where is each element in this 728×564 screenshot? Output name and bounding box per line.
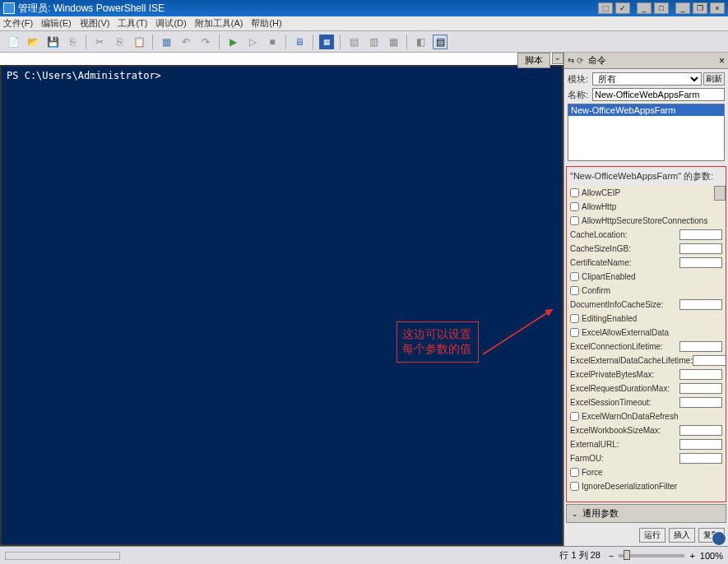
name-input[interactable] <box>592 88 725 101</box>
aux-button-2[interactable]: ✓ <box>615 2 630 14</box>
collapse-script-icon[interactable]: ⌄ <box>552 53 563 64</box>
zoom-minus-icon[interactable]: − <box>609 551 614 561</box>
minimize-button[interactable]: _ <box>637 2 651 14</box>
param-input[interactable] <box>693 355 726 366</box>
param-checkbox[interactable] <box>570 216 579 225</box>
aux-button-1[interactable]: ⬚ <box>598 2 613 14</box>
param-input[interactable] <box>679 243 722 254</box>
run-icon[interactable]: ▶ <box>225 35 240 49</box>
zoom-thumb[interactable] <box>624 550 630 560</box>
zoom-plus-icon[interactable]: + <box>689 551 694 561</box>
param-checkbox[interactable] <box>570 468 579 477</box>
runsel-icon[interactable]: ▷ <box>245 35 260 49</box>
param-input[interactable] <box>679 229 722 240</box>
corner-orb-icon[interactable] <box>712 531 726 546</box>
param-ignoredeserializationfilter: IgnoreDeserializationFilter <box>567 479 726 493</box>
remote-icon[interactable]: 🖥 <box>292 35 307 49</box>
chevron-down-icon: ⌄ <box>572 510 578 518</box>
param-input[interactable] <box>679 397 722 408</box>
script-pane-label[interactable]: 脚本 <box>517 53 550 68</box>
param-checkbox[interactable] <box>570 272 579 281</box>
save-icon[interactable]: 💾 <box>45 35 60 49</box>
param-label: CacheLocation: <box>570 230 679 239</box>
param-input[interactable] <box>679 439 722 450</box>
stop-icon[interactable]: ■ <box>265 35 280 49</box>
param-input[interactable] <box>679 369 722 380</box>
layout1-icon[interactable]: ▤ <box>346 35 361 49</box>
param-excelrequestdurationmax: ExcelRequestDurationMax: <box>567 381 726 395</box>
common-params-expander[interactable]: ⌄ 通用参数 <box>566 504 726 523</box>
param-label: ExcelConnectionLifetime: <box>570 342 679 351</box>
menu-debug[interactable]: 调试(D) <box>155 17 186 30</box>
param-label: EditingEnabled <box>582 314 722 323</box>
param-label: DocumentInfoCacheSize: <box>570 300 679 309</box>
param-input[interactable] <box>679 425 722 436</box>
param-documentinfocachesize: DocumentInfoCacheSize: <box>567 298 726 312</box>
param-allowhttpsecurestoreconnections: AllowHttpSecureStoreConnections <box>567 214 726 228</box>
statusbar: 行 1 列 28 − + 100% <box>0 546 728 564</box>
param-checkbox[interactable] <box>570 314 579 323</box>
toolbar: 📄 📂 💾 ⎘ ✂ ⎘ 📋 ▦ ↶ ↷ ▶ ▷ ■ 🖥 ▦ ▤ ▥ ▦ ◧ ▤ <box>0 31 728 53</box>
param-label: CacheSizeInGB: <box>570 244 679 253</box>
saveall-icon[interactable]: ⎘ <box>65 35 80 49</box>
param-checkbox[interactable] <box>570 482 579 491</box>
param-input[interactable] <box>679 383 722 394</box>
cut-icon[interactable]: ✂ <box>92 35 107 49</box>
zoom-slider[interactable] <box>619 554 684 557</box>
undo-icon[interactable]: ↶ <box>179 35 193 49</box>
selected-command[interactable]: New-OfficeWebAppsFarm <box>568 104 724 116</box>
zoom-value: 100% <box>700 551 723 561</box>
menu-edit[interactable]: 编辑(E) <box>41 17 72 30</box>
paste-icon[interactable]: 📋 <box>132 35 146 49</box>
app-icon <box>3 2 15 14</box>
menu-help[interactable]: 帮助(H) <box>251 17 281 30</box>
param-label: ExcelAllowExternalData <box>582 328 722 337</box>
param-checkbox[interactable] <box>570 202 579 211</box>
menu-view[interactable]: 视图(V) <box>80 17 110 30</box>
param-clipartenabled: ClipartEnabled <box>567 270 726 284</box>
copy-icon[interactable]: ⎘ <box>112 35 127 49</box>
layout3-icon[interactable]: ▦ <box>386 35 401 49</box>
param-input[interactable] <box>679 453 722 464</box>
param-checkbox[interactable] <box>570 188 579 197</box>
param-label: CertificateName: <box>570 258 679 267</box>
commands-listbox[interactable]: New-OfficeWebAppsFarm <box>568 104 725 161</box>
layout4-icon[interactable]: ◧ <box>413 35 428 49</box>
restore-button[interactable]: ❐ <box>693 2 707 14</box>
module-select[interactable]: 所有 <box>592 72 702 86</box>
param-input[interactable] <box>679 299 722 310</box>
showcmd-icon[interactable]: ▤ <box>433 35 447 49</box>
menu-file[interactable]: 文件(F) <box>3 17 33 30</box>
panel-header-icons[interactable]: ⇆ ⟳ <box>568 56 583 65</box>
newps-icon[interactable]: ▦ <box>319 35 334 49</box>
refresh-button[interactable]: 刷新 <box>703 72 725 86</box>
new-icon[interactable]: 📄 <box>6 35 21 49</box>
param-label: Force <box>582 468 722 477</box>
param-input[interactable] <box>679 257 722 268</box>
maximize-button[interactable]: □ <box>654 2 669 14</box>
menu-tools[interactable]: 工具(T) <box>118 17 147 30</box>
panel-close-icon[interactable]: × <box>719 55 725 67</box>
param-cachesizeingb: CacheSizeInGB: <box>567 242 726 256</box>
minimize2-button[interactable]: _ <box>675 2 690 14</box>
param-cachelocation: CacheLocation: <box>567 228 726 242</box>
redo-icon[interactable]: ↷ <box>198 35 213 49</box>
param-editingenabled: EditingEnabled <box>567 312 726 326</box>
param-input[interactable] <box>679 341 722 352</box>
param-checkbox[interactable] <box>570 328 579 337</box>
close-button[interactable]: × <box>710 2 725 14</box>
insert-button[interactable]: 插入 <box>669 528 695 543</box>
menu-addons[interactable]: 附加工具(A) <box>195 17 243 30</box>
param-label: ExcelExternalDataCacheLifetime: <box>570 356 693 365</box>
param-excelallowexternaldata: ExcelAllowExternalData <box>567 326 726 340</box>
console-pane[interactable]: PS C:\Users\Administrator> 这边可以设置 每个参数的值 <box>0 65 563 546</box>
open-icon[interactable]: 📂 <box>26 35 40 49</box>
param-label: AllowCEIP <box>582 188 722 197</box>
layout2-icon[interactable]: ▥ <box>366 35 381 49</box>
param-excelsessiontimeout: ExcelSessionTimeout: <box>567 395 726 409</box>
scrollbar-thumb[interactable] <box>714 186 726 201</box>
param-checkbox[interactable] <box>570 412 579 421</box>
run-button[interactable]: 运行 <box>639 528 665 543</box>
param-checkbox[interactable] <box>570 286 579 295</box>
clear-icon[interactable]: ▦ <box>159 35 174 49</box>
